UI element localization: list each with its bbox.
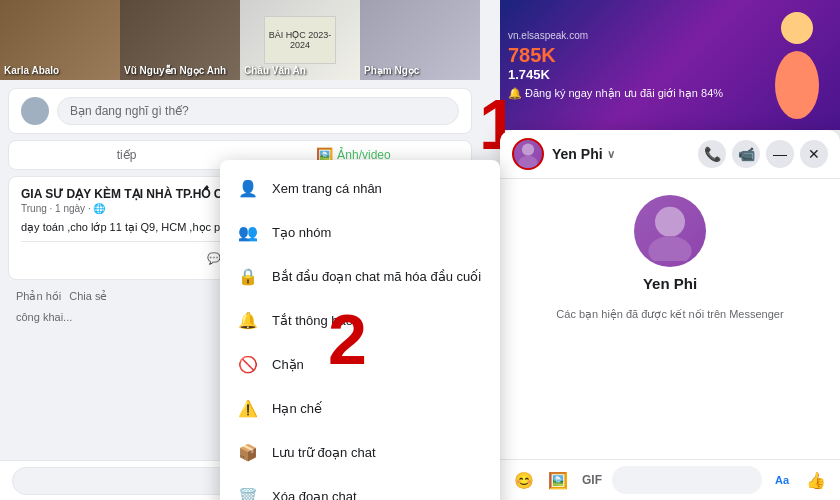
menu-label-view-profile: Xem trang cá nhân xyxy=(272,181,382,196)
ad-content: vn.elsaspeak.com 785K 1.745K 🔔 Đăng ký n… xyxy=(508,30,754,100)
encrypt-icon: 🔒 xyxy=(234,262,262,290)
menu-item-archive[interactable]: 📦 Lưu trữ đoạn chat xyxy=(220,430,500,474)
top-card-2[interactable]: Vũ Nguyễn Ngọc Anh xyxy=(120,0,240,80)
gif-btn[interactable]: GIF xyxy=(578,466,606,494)
share-label[interactable]: Chia sẻ xyxy=(69,290,107,303)
restrict-icon: ⚠️ xyxy=(234,394,262,422)
image-btn[interactable]: 🖼️ xyxy=(544,466,572,494)
close-btn[interactable]: ✕ xyxy=(800,140,828,168)
user-avatar-small xyxy=(21,97,49,125)
video-btn[interactable]: 📹 xyxy=(732,140,760,168)
top-card-4-label: Phạm Ngọc xyxy=(364,65,419,76)
minimize-icon: — xyxy=(773,146,787,162)
badge-2: 2 xyxy=(328,305,367,375)
continue-btn[interactable]: tiếp xyxy=(15,147,238,163)
create-group-icon: 👥 xyxy=(234,218,262,246)
mute-icon: 🔔 xyxy=(234,306,262,334)
ad-banner[interactable]: vn.elsaspeak.com 785K 1.745K 🔔 Đăng ký n… xyxy=(500,0,840,130)
svg-point-3 xyxy=(518,156,537,168)
what-thinking-bar[interactable]: Bạn đang nghĩ gì thế? xyxy=(8,88,472,134)
top-card-3[interactable]: BÀI HỌC 2023-2024 Châu Văn An xyxy=(240,0,360,80)
close-icon: ✕ xyxy=(808,146,820,162)
chat-header: Yen Phi ∨ 📞 📹 — ✕ xyxy=(500,130,840,179)
chat-profile-pic xyxy=(634,195,706,267)
chat-footer: 😊 🖼️ GIF Aa 👍 xyxy=(500,459,840,500)
menu-label-block: Chặn xyxy=(272,357,304,372)
chat-widget: Yen Phi ∨ 📞 📹 — ✕ Yen Phi Các xyxy=(500,130,840,500)
minimize-btn[interactable]: — xyxy=(766,140,794,168)
ad-text: 🔔 Đăng ký ngay nhận ưu đãi giới hạn 84% xyxy=(508,86,754,100)
phone-icon: 📞 xyxy=(704,146,721,162)
chat-chevron[interactable]: ∨ xyxy=(607,148,615,161)
svg-point-2 xyxy=(522,144,534,156)
chat-name-text: Yen Phi xyxy=(552,146,603,162)
delete-icon: 🗑️ xyxy=(234,482,262,500)
menu-label-create-group: Tạo nhóm xyxy=(272,225,331,240)
chat-body: Yen Phi Các bạn hiện đã được kết nối trê… xyxy=(500,179,840,459)
menu-item-restrict[interactable]: ⚠️ Hạn chế xyxy=(220,386,500,430)
svg-point-5 xyxy=(648,236,691,261)
block-icon: 🚫 xyxy=(234,350,262,378)
chat-display-name: Yen Phi xyxy=(643,275,697,292)
ad-label: vn.elsaspeak.com xyxy=(508,30,754,41)
top-card-1-label: Karla Abalo xyxy=(4,65,59,76)
svg-point-0 xyxy=(781,12,813,44)
continue-label: tiếp xyxy=(117,148,137,162)
menu-label-delete: Xóa đoạn chat xyxy=(272,489,357,501)
compose-input[interactable]: Bạn đang nghĩ gì thế? xyxy=(57,97,459,125)
chat-controls: 📞 📹 — ✕ xyxy=(698,140,828,168)
svg-point-4 xyxy=(655,207,685,237)
top-strip: Karla Abalo Vũ Nguyễn Ngọc Anh BÀI HỌC 2… xyxy=(0,0,480,80)
like-btn[interactable]: 👍 xyxy=(802,466,830,494)
compose-placeholder: Bạn đang nghĩ gì thế? xyxy=(70,104,189,118)
menu-label-restrict: Hạn chế xyxy=(272,401,322,416)
top-card-4[interactable]: Phạm Ngọc xyxy=(360,0,480,80)
phone-btn[interactable]: 📞 xyxy=(698,140,726,168)
menu-item-view-profile[interactable]: 👤 Xem trang cá nhân xyxy=(220,166,500,210)
archive-icon: 📦 xyxy=(234,438,262,466)
chat-avatar xyxy=(512,138,544,170)
ad-price-2: 1.745K xyxy=(508,67,754,82)
type-btn[interactable]: Aa xyxy=(768,466,796,494)
menu-item-encrypt[interactable]: 🔒 Bắt đầu đoạn chat mã hóa đầu cuối xyxy=(220,254,500,298)
ad-image xyxy=(762,10,832,120)
chat-input[interactable] xyxy=(612,466,762,494)
view-profile-icon: 👤 xyxy=(234,174,262,202)
menu-label-archive: Lưu trữ đoạn chat xyxy=(272,445,376,460)
top-card-3-label: Châu Văn An xyxy=(244,65,306,76)
video-icon: 📹 xyxy=(738,146,755,162)
menu-item-delete[interactable]: 🗑️ Xóa đoạn chat xyxy=(220,474,500,500)
menu-item-create-group[interactable]: 👥 Tạo nhóm xyxy=(220,210,500,254)
top-card-1[interactable]: Karla Abalo xyxy=(0,0,120,80)
reply-label[interactable]: Phản hồi xyxy=(16,290,61,303)
chat-name: Yen Phi ∨ xyxy=(552,146,690,162)
emoji-btn[interactable]: 😊 xyxy=(510,466,538,494)
menu-label-encrypt: Bắt đầu đoạn chat mã hóa đầu cuối xyxy=(272,269,481,284)
chat-connection-text: Các bạn hiện đã được kết nối trên Messen… xyxy=(556,308,783,321)
svg-point-1 xyxy=(775,51,819,119)
top-card-2-label: Vũ Nguyễn Ngọc Anh xyxy=(124,65,226,76)
ad-price-1: 785K xyxy=(508,45,556,65)
